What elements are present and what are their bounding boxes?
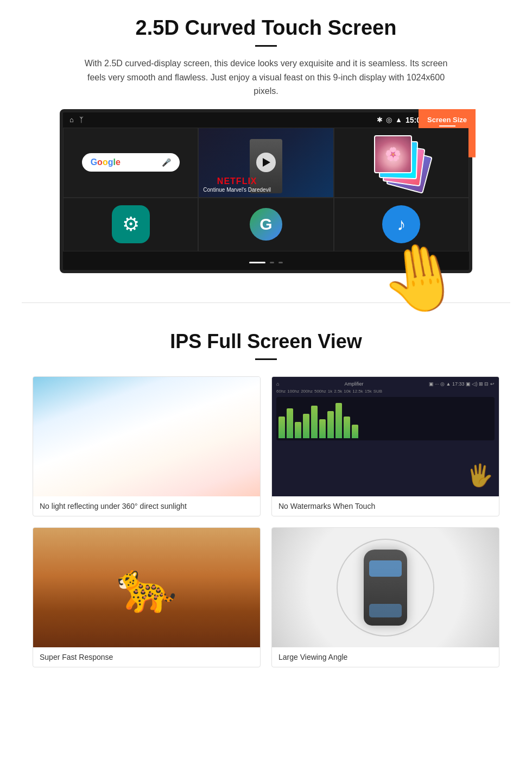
app-cell-google[interactable]: Google 🎤 Google 3 × 1 <box>63 128 198 198</box>
device-screen: ⌂ ᛉ ✱ ◎ ▲ 15:06 ▣ ◁) ⊠ □ <box>60 109 472 273</box>
cheetah-image: 🐆 <box>33 528 260 647</box>
settings-icon-bg: ⚙ <box>112 205 150 243</box>
app-grid-row2: ⚙ Settings shortcut 1 × 1 G Share locati… <box>63 198 469 251</box>
sound-label-row: Sound Search 1 × 1 <box>334 251 468 251</box>
watermarks-label: No Watermarks When Touch <box>272 496 499 516</box>
app-cell-sound-search[interactable]: ♪ Sound Search 1 × 1 <box>334 198 469 251</box>
cheetah-emoji: 🐆 <box>116 559 177 616</box>
section-divider <box>22 302 510 303</box>
car-windshield <box>369 560 402 577</box>
section-curved-touch: 2.5D Curved Touch Screen With 2.5D curve… <box>0 0 532 286</box>
features-grid-top: No light reflecting under 360° direct su… <box>33 376 499 516</box>
app-cell-netflix[interactable]: NETFLIX Continue Marvel's Daredevil Netf… <box>198 128 333 198</box>
section1-title: 2.5D Curved Touch Screen <box>33 16 499 40</box>
amp-bar-4 <box>303 414 309 438</box>
netflix-logo: NETFLIX <box>203 176 271 186</box>
amp-bar-3 <box>295 422 301 438</box>
amp-bar-2 <box>287 408 293 438</box>
amp-bar-9 <box>344 417 350 438</box>
location-icon: ◎ <box>386 116 392 124</box>
amp-top-bar: ⌂ Amplifier ▣ ··· ◎ ▲ 17:33 ▣ ◁) ⊠ ⊟ ↩ <box>276 381 495 387</box>
mic-icon[interactable]: 🎤 <box>162 158 171 167</box>
netflix-app-content[interactable]: NETFLIX Continue Marvel's Daredevil <box>199 128 333 197</box>
sunlight-gradient <box>33 377 260 496</box>
netflix-subtitle: Continue Marvel's Daredevil <box>203 187 271 193</box>
settings-label-row: Settings shortcut 1 × 1 <box>64 251 198 251</box>
car-label: Large Viewing Angle <box>272 647 499 667</box>
flower-photo: 🌸 <box>374 135 412 173</box>
amp-bar-8 <box>335 403 342 438</box>
feature-card-sunlight: No light reflecting under 360° direct su… <box>33 376 261 516</box>
nav-dot-2 <box>278 262 283 263</box>
feature-card-cheetah: 🐆 Super Fast Response <box>33 527 261 667</box>
cheetah-label: Super Fast Response <box>33 647 260 667</box>
play-triangle <box>263 158 270 167</box>
amp-bar-1 <box>278 417 285 438</box>
photo-stack: 🌸 <box>374 135 428 190</box>
title-underline <box>255 45 277 47</box>
car-rear-window <box>369 604 402 617</box>
amp-bar-7 <box>327 411 334 438</box>
features-grid-bottom: 🐆 Super Fast Response Large Viewing Angl… <box>33 527 499 667</box>
home-icon[interactable]: ⌂ <box>69 116 74 124</box>
gear-icon: ⚙ <box>122 213 140 236</box>
music-icon: ♪ <box>382 205 420 243</box>
amp-eq-bars <box>276 397 495 440</box>
usb-icon: ᛉ <box>79 116 84 124</box>
sunlight-label: No light reflecting under 360° direct su… <box>33 496 260 516</box>
section2-underline <box>255 358 277 360</box>
amp-bar-5 <box>311 406 318 438</box>
settings-app-content[interactable]: ⚙ <box>64 198 198 251</box>
amplifier-image: ⌂ Amplifier ▣ ··· ◎ ▲ 17:33 ▣ ◁) ⊠ ⊟ ↩ 6… <box>272 377 499 496</box>
google-app-content[interactable]: Google 🎤 <box>64 128 198 197</box>
amp-freq-labels: 60hz100hz200hz500hz1k2.5k10k12.5k15kSUB <box>276 389 495 394</box>
share-label-row: Share location 1 × 1 <box>199 251 333 251</box>
amp-bar-6 <box>319 419 326 438</box>
status-bar: ⌂ ᛉ ✱ ◎ ▲ 15:06 ▣ ◁) ⊠ □ <box>63 112 469 128</box>
amp-home-icon: ⌂ <box>276 381 279 387</box>
netflix-info: NETFLIX Continue Marvel's Daredevil <box>203 176 271 193</box>
maps-icon: G <box>250 208 282 241</box>
app-cell-share-location[interactable]: G Share location 1 × 1 <box>198 198 333 251</box>
sound-search-content[interactable]: ♪ <box>334 198 468 251</box>
amp-bar-10 <box>352 425 358 438</box>
car-body <box>364 550 407 626</box>
nav-dot-1 <box>270 262 274 263</box>
section2-title: IPS Full Screen View <box>33 330 499 353</box>
feature-card-car: Large Viewing Angle <box>271 527 499 667</box>
hand-touch-icon: 🖐 <box>466 463 493 488</box>
google-logo: Google <box>91 157 121 167</box>
device-mockup: Screen Size 9" ⌂ ᛉ ✱ ◎ ▲ 15:06 ▣ ◁) <box>60 109 472 273</box>
wifi-icon: ▲ <box>395 116 402 124</box>
nav-dot-active <box>249 262 265 263</box>
app-cell-settings[interactable]: ⚙ Settings shortcut 1 × 1 <box>63 198 198 251</box>
amp-status: ▣ ··· ◎ ▲ 17:33 ▣ ◁) ⊠ ⊟ ↩ <box>429 381 495 387</box>
feature-card-watermarks: ⌂ Amplifier ▣ ··· ◎ ▲ 17:33 ▣ ◁) ⊠ ⊟ ↩ 6… <box>271 376 499 516</box>
app-grid-row1: Google 🎤 Google 3 × 1 <box>63 128 469 198</box>
section1-description: With 2.5D curved-display screen, this de… <box>76 56 456 98</box>
car-image <box>272 528 499 647</box>
app-cell-gallery[interactable]: 🌸 Photo Gallery 2 × 2 <box>334 128 469 198</box>
share-location-content[interactable]: G <box>199 198 333 251</box>
amp-screen: ⌂ Amplifier ▣ ··· ◎ ▲ 17:33 ▣ ◁) ⊠ ⊟ ↩ 6… <box>272 377 499 496</box>
play-button[interactable] <box>256 153 276 172</box>
nav-dots <box>63 251 469 270</box>
google-search-bar[interactable]: Google 🎤 <box>82 153 180 172</box>
car-circle <box>337 539 434 636</box>
amp-title: Amplifier <box>344 381 363 387</box>
section-ips: IPS Full Screen View No light reflecting… <box>0 319 532 695</box>
badge-label: Screen Size <box>427 116 467 124</box>
sunlight-image <box>33 377 260 496</box>
bluetooth-icon: ✱ <box>377 116 383 124</box>
status-left: ⌂ ᛉ <box>69 116 84 124</box>
gallery-app-content[interactable]: 🌸 <box>334 128 468 197</box>
